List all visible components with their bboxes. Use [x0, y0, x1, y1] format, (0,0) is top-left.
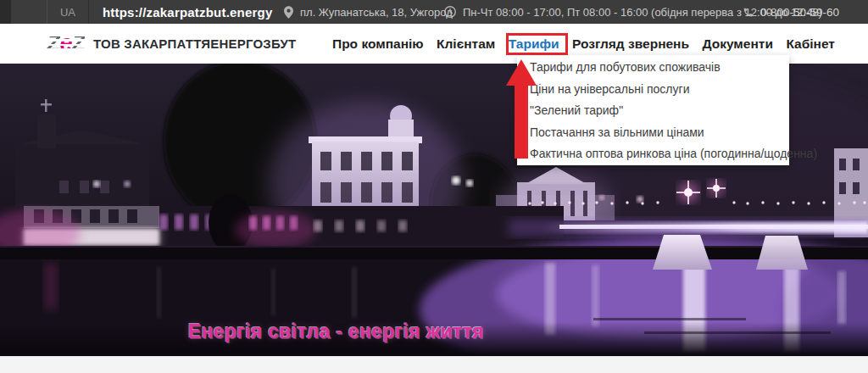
- nav-item-appeals[interactable]: Розгляд звернень: [572, 36, 689, 52]
- annotation-arrow-shaft: [515, 84, 528, 159]
- topbar-corner-block: [0, 0, 11, 24]
- page: Енергія світла - енергія життя UA https:…: [0, 0, 868, 373]
- phone-block[interactable]: 0-800-50-59-60: [743, 0, 839, 24]
- phone-number: 0-800-50-59-60: [760, 6, 839, 19]
- hero-slogan: Енергія світла - енергія життя: [188, 320, 484, 343]
- clock-icon: [444, 6, 456, 18]
- site-url: https://zakarpatzbut.energy: [103, 0, 272, 24]
- company-logo[interactable]: ZeZ ТОВ ЗАКАРПАТТЯЕНЕРГОЗБУТ: [47, 24, 296, 64]
- dropdown-item-wholesale-market-price[interactable]: Фактична оптова ринкова ціна (погодинна/…: [517, 143, 789, 165]
- dropdown-item-household-tariffs[interactable]: Тарифи для побутових споживачів: [517, 57, 789, 79]
- logo-zez-icon: ZeZ: [47, 32, 85, 55]
- annotation-arrow-up-icon: [506, 59, 537, 86]
- address-text: пл. Жупанатська, 18, Ужгород: [300, 6, 453, 19]
- nav-item-documents[interactable]: Документи: [702, 36, 772, 52]
- topbar: UA https://zakarpatzbut.energy пл. Жупан…: [0, 0, 868, 24]
- language-selector[interactable]: UA: [47, 0, 89, 24]
- dropdown-item-universal-service-prices[interactable]: Ціни на універсальні послуги: [517, 79, 789, 101]
- nav-item-about[interactable]: Про компанію: [332, 36, 424, 52]
- nav-item-cabinet[interactable]: Кабінет: [786, 36, 835, 52]
- nav-item-clients[interactable]: Клієнтам: [437, 36, 495, 52]
- next-section-strip: [0, 356, 868, 373]
- dropdown-item-free-prices-supply[interactable]: Постачання за вільними цінами: [517, 122, 789, 144]
- company-name: ТОВ ЗАКАРПАТТЯЕНЕРГОЗБУТ: [93, 36, 296, 51]
- language-label: UA: [60, 6, 75, 19]
- annotation-highlight-box: [506, 33, 568, 55]
- address-block: пл. Жупанатська, 18, Ужгород: [284, 0, 453, 24]
- location-pin-icon: [284, 6, 293, 19]
- phone-icon: [743, 7, 754, 18]
- dropdown-item-green-tariff[interactable]: "Зелений тариф": [517, 100, 789, 122]
- tariffs-dropdown-menu: Тарифи для побутових споживачів Ціни на …: [517, 55, 789, 165]
